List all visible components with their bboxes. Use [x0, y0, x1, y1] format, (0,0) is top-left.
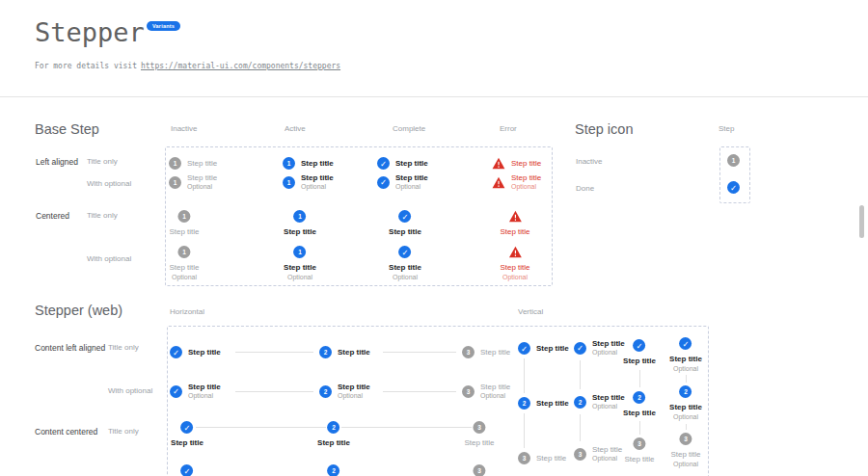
- docs-link[interactable]: https://material-ui.com/components/stepp…: [141, 62, 340, 70]
- step-title: Step title: [592, 393, 625, 402]
- row-label-done: Done: [576, 184, 594, 193]
- step-inactive: 1 Step titleOptional: [169, 173, 217, 191]
- connector-line: [383, 391, 456, 392]
- connector-line: [196, 427, 326, 428]
- row-label-content-left-aligned: Content left aligned: [35, 343, 105, 353]
- row-label-left-aligned: Left aligned: [36, 157, 78, 167]
- check-icon: ✓: [634, 339, 646, 352]
- step-number-icon: 2: [328, 464, 340, 476]
- step-title: Step title: [338, 348, 370, 357]
- step-title: Step title: [301, 159, 334, 168]
- scrollbar-thumb[interactable]: [859, 205, 864, 238]
- connector-line: [235, 391, 313, 392]
- step-number-icon: 3: [462, 385, 475, 398]
- step-active: 2 Step title: [317, 421, 350, 447]
- step-optional: Optional: [187, 183, 217, 191]
- variant-label-title-only: Title only: [108, 427, 139, 436]
- stepper-web-heading: Stepper (web): [35, 303, 122, 318]
- step-active: 2 Step title: [319, 346, 370, 358]
- step-active: 1 Step title: [283, 157, 334, 170]
- step-active: 1 Step title: [284, 210, 316, 236]
- column-header-error: Error: [500, 124, 517, 133]
- connector-line: [524, 358, 525, 393]
- step-number-icon: 2: [319, 346, 332, 358]
- step-number-icon: 3: [574, 448, 586, 461]
- variants-badge[interactable]: Variants: [147, 21, 180, 31]
- step-optional: Optional: [511, 183, 541, 191]
- check-icon: ✓: [181, 421, 194, 434]
- step-title: Step title: [500, 227, 529, 236]
- step-title: Step title: [389, 227, 421, 236]
- step-error: Step title: [492, 157, 541, 170]
- step-title: Step title: [301, 173, 334, 182]
- step-title: Step title: [338, 383, 370, 391]
- step-number-icon: 1: [727, 154, 740, 167]
- step-title: Step title: [188, 348, 221, 357]
- step-optional: Optional: [480, 392, 510, 400]
- variant-label-with-optional: With optional: [87, 179, 131, 188]
- step-title: Step title: [187, 173, 217, 182]
- step-optional: Optional: [188, 392, 221, 400]
- step-complete: ✓ Step title: [623, 339, 656, 365]
- step-optional: Optional: [287, 274, 312, 281]
- step-complete: ✓ Step title: [377, 157, 428, 170]
- variant-label-with-optional: With optional: [87, 254, 131, 263]
- subtitle: For more details visit https://material-…: [35, 62, 340, 70]
- step-inactive: 3 Step title Optional: [464, 464, 494, 476]
- step-number-icon: 2: [319, 385, 332, 398]
- step-number-icon: 1: [283, 176, 295, 189]
- base-step-heading: Base Step: [35, 121, 99, 137]
- step-active: 2 Step title Optional: [317, 464, 350, 476]
- step-active: 2 Step title: [623, 391, 656, 417]
- variant-label-title-only: Title only: [87, 157, 118, 166]
- step-number-icon: 3: [473, 464, 485, 476]
- step-title: Step title: [669, 355, 702, 363]
- step-title: Step title: [169, 263, 199, 272]
- step-title: Step title: [395, 173, 428, 182]
- step-inactive: 1 Step title Optional: [169, 246, 199, 281]
- step-optional: Optional: [673, 413, 698, 421]
- step-title: Step title: [480, 348, 510, 357]
- step-title: Step title: [284, 263, 316, 272]
- step-complete: ✓ Step title Optional: [389, 246, 421, 281]
- step-inactive: 3 Step title: [464, 421, 494, 447]
- step-optional: Optional: [338, 392, 370, 400]
- step-title: Step title: [500, 263, 529, 272]
- step-number-icon: 1: [177, 210, 190, 223]
- stepper-spec-page: Stepper Variants For more details visit …: [0, 0, 868, 476]
- step-optional: Optional: [592, 455, 622, 463]
- check-icon: ✓: [727, 181, 740, 194]
- step-complete: ✓ Step title: [518, 342, 569, 355]
- step-number-icon: 3: [679, 433, 692, 445]
- step-complete: ✓ Step titleOptional: [170, 383, 221, 400]
- variant-label-title-only: Title only: [108, 343, 139, 352]
- step-title: Step title: [187, 159, 217, 168]
- row-label-content-centered: Content centered: [35, 427, 97, 436]
- step-number-icon: 3: [633, 437, 645, 450]
- warning-icon: [492, 176, 505, 189]
- step-optional: Optional: [172, 274, 197, 281]
- connector-line: [639, 421, 640, 435]
- step-inactive: 1 Step title: [169, 210, 199, 236]
- step-complete: ✓ Step titleOptional: [574, 339, 625, 357]
- column-header-vertical: Vertical: [518, 307, 543, 316]
- check-icon: ✓: [399, 246, 412, 258]
- column-header-active: Active: [285, 124, 306, 133]
- connector-line: [580, 360, 581, 389]
- step-number-icon: 1: [169, 157, 181, 170]
- step-complete: ✓ Step title Optional: [669, 337, 702, 373]
- connector-line: [235, 352, 313, 353]
- step-number-icon: 3: [473, 421, 485, 434]
- step-complete: ✓ Step titleOptional: [377, 173, 428, 191]
- step-optional: Optional: [393, 274, 418, 281]
- connector-line: [524, 413, 525, 448]
- step-number-icon: 1: [294, 210, 307, 223]
- warning-icon: [508, 210, 522, 223]
- connector-line: [580, 414, 581, 441]
- connector-line: [686, 424, 687, 430]
- check-icon: ✓: [399, 210, 412, 223]
- step-number-icon: 1: [294, 246, 307, 258]
- step-complete: ✓ Step title: [171, 421, 203, 447]
- step-title: Step title: [284, 227, 316, 236]
- step-inactive: 3 Step title: [624, 437, 654, 463]
